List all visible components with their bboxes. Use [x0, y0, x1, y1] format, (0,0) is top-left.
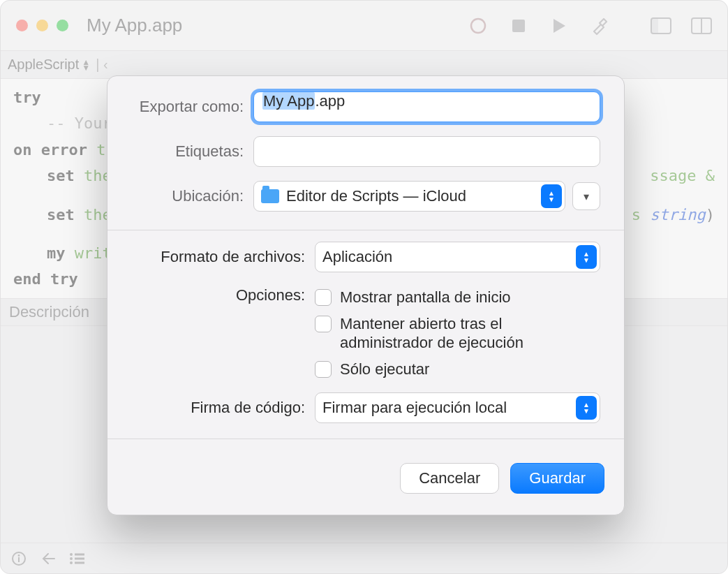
checkbox-run-only[interactable]	[315, 361, 332, 378]
checkbox-show-start-label: Mostrar pantalla de inicio	[340, 288, 511, 307]
window-title: My App.app	[87, 15, 182, 36]
chevron-updown-icon: ▲▼	[82, 59, 90, 71]
code-sign-label: Firma de código:	[131, 399, 315, 417]
export-as-selection: My App	[262, 92, 315, 110]
info-icon[interactable]	[9, 549, 29, 568]
tags-label: Etiquetas:	[131, 142, 253, 161]
svg-rect-9	[18, 557, 20, 562]
minimize-window-button[interactable]	[36, 20, 48, 31]
svg-point-14	[70, 561, 73, 564]
export-as-input[interactable]: My App.app	[253, 91, 600, 122]
export-as-rest: .app	[315, 92, 345, 110]
option-show-start-row[interactable]: Mostrar pantalla de inicio	[315, 288, 570, 307]
popup-stepper-icon: ▲▼	[576, 396, 597, 420]
dialog-divider-bottom	[107, 439, 624, 439]
cancel-button[interactable]: Cancelar	[400, 463, 499, 494]
location-value: Editor de Scripts — iCloud	[286, 187, 466, 205]
svg-rect-13	[75, 557, 84, 559]
file-format-label: Formato de archivos:	[131, 248, 315, 266]
hammer-icon[interactable]	[589, 15, 610, 36]
folder-icon	[261, 189, 279, 203]
zoom-window-button[interactable]	[57, 20, 68, 31]
svg-point-12	[70, 557, 73, 560]
file-format-value: Aplicación	[322, 248, 392, 266]
dialog-divider-top	[107, 230, 624, 230]
option-run-only-row[interactable]: Sólo ejecutar	[315, 360, 570, 379]
record-icon[interactable]	[468, 15, 489, 36]
play-icon[interactable]	[549, 15, 570, 36]
svg-rect-1	[512, 20, 525, 32]
toolbar	[468, 15, 712, 36]
location-label: Ubicación:	[131, 187, 253, 205]
bottom-status-bar	[1, 543, 727, 573]
code-sign-value: Firmar para ejecución local	[322, 399, 507, 417]
svg-rect-4	[651, 18, 658, 34]
titlebar: My App.app	[1, 1, 727, 51]
language-bar: AppleScript ▲▼ | ‹	[1, 51, 727, 79]
svg-point-10	[70, 553, 73, 556]
export-as-label: Exportar como:	[131, 98, 253, 116]
nav-divider: | ‹	[96, 57, 107, 73]
save-button[interactable]: Guardar	[510, 463, 604, 494]
options-label: Opciones:	[131, 286, 315, 304]
language-label: AppleScript	[8, 57, 79, 73]
chevron-down-icon: ▾	[584, 190, 589, 203]
option-stay-open-row[interactable]: Mantener abierto tras el administrador d…	[315, 314, 570, 353]
code-sign-popup[interactable]: Firmar para ejecución local ▲▼	[315, 392, 600, 423]
list-icon[interactable]	[68, 549, 87, 568]
close-window-button[interactable]	[16, 20, 28, 31]
location-popup[interactable]: Editor de Scripts — iCloud ▲▼	[253, 181, 565, 212]
stop-icon[interactable]	[508, 15, 529, 36]
checkbox-stay-open-label: Mantener abierto tras el administrador d…	[340, 314, 570, 353]
checkbox-run-only-label: Sólo ejecutar	[340, 360, 429, 379]
sidebar-right-icon[interactable]	[691, 15, 712, 36]
svg-point-0	[471, 19, 485, 33]
popup-stepper-icon: ▲▼	[541, 184, 562, 208]
export-dialog: Exportar como: My App.app Etiquetas: Ubi…	[107, 75, 625, 515]
file-format-popup[interactable]: Aplicación ▲▼	[315, 242, 600, 272]
checkbox-show-start[interactable]	[315, 289, 332, 306]
description-label: Descripción	[9, 303, 89, 321]
sidebar-left-icon[interactable]	[651, 15, 671, 36]
traffic-lights	[16, 20, 68, 31]
tags-input[interactable]	[253, 136, 600, 167]
back-arrow-icon[interactable]	[38, 549, 58, 568]
dialog-button-row: Cancelar Guardar	[107, 450, 624, 509]
svg-rect-15	[75, 561, 84, 564]
svg-marker-2	[554, 19, 565, 33]
svg-rect-11	[75, 553, 84, 555]
checkbox-stay-open[interactable]	[315, 316, 332, 332]
svg-point-8	[18, 554, 20, 557]
popup-stepper-icon: ▲▼	[576, 245, 597, 269]
expand-location-button[interactable]: ▾	[572, 182, 600, 210]
language-selector[interactable]: AppleScript ▲▼	[8, 57, 90, 73]
